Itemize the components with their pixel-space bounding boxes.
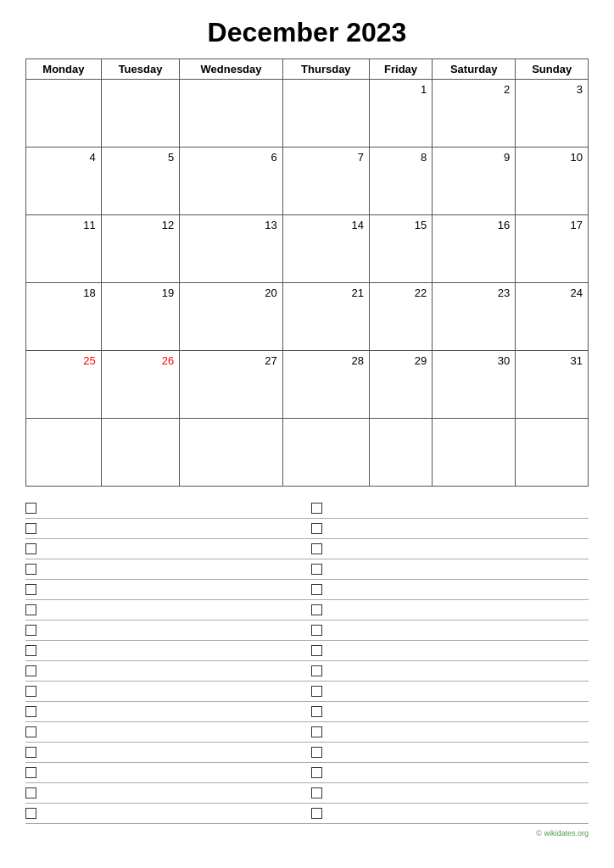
checkbox[interactable] — [311, 726, 322, 737]
checklist-row — [25, 498, 589, 519]
calendar-cell: 4 — [26, 147, 102, 215]
checkbox[interactable] — [311, 808, 322, 819]
checkbox[interactable] — [25, 645, 36, 656]
calendar-cell — [101, 80, 180, 147]
calendar-cell — [180, 80, 282, 147]
calendar-cell: 30 — [433, 351, 516, 419]
checkbox[interactable] — [311, 584, 322, 595]
checkbox[interactable] — [25, 584, 36, 595]
calendar-cell: 3 — [516, 80, 589, 147]
calendar-header: Monday — [26, 59, 102, 80]
page-title: December 2023 — [25, 17, 589, 48]
day-number: 23 — [438, 287, 510, 299]
day-number: 20 — [185, 287, 276, 299]
checkbox[interactable] — [25, 747, 36, 758]
checklist-row — [25, 783, 589, 804]
calendar-cell: 16 — [433, 215, 516, 283]
day-number: 16 — [438, 219, 510, 231]
checklist-section — [25, 498, 589, 824]
checkbox[interactable] — [25, 787, 36, 798]
calendar-header: Wednesday — [180, 59, 282, 80]
checkbox[interactable] — [311, 604, 322, 615]
calendar-cell — [101, 419, 180, 487]
day-number: 15 — [375, 219, 427, 231]
day-number: 10 — [521, 151, 583, 164]
calendar-cell: 28 — [282, 351, 369, 419]
checklist-row — [25, 559, 589, 580]
calendar-table: MondayTuesdayWednesdayThursdayFridaySatu… — [25, 58, 589, 487]
calendar-cell — [369, 419, 432, 487]
calendar-header: Tuesday — [101, 59, 180, 80]
day-number: 7 — [288, 151, 364, 164]
checkbox[interactable] — [311, 543, 322, 554]
calendar-cell: 25 — [26, 351, 102, 419]
day-number: 18 — [31, 287, 96, 299]
checkbox[interactable] — [311, 625, 322, 636]
calendar-cell: 24 — [516, 283, 589, 351]
calendar-cell: 14 — [282, 215, 369, 283]
calendar-cell: 17 — [516, 215, 589, 283]
checklist-row — [25, 519, 589, 539]
checkbox[interactable] — [311, 747, 322, 758]
day-number: 14 — [288, 219, 364, 231]
calendar-cell — [516, 419, 589, 487]
calendar-cell: 15 — [369, 215, 432, 283]
calendar-cell: 8 — [369, 147, 432, 215]
checklist-row — [25, 682, 589, 702]
calendar-cell: 7 — [282, 147, 369, 215]
checkbox[interactable] — [311, 665, 322, 676]
day-number: 28 — [288, 354, 364, 367]
day-number: 8 — [375, 151, 427, 164]
checkbox[interactable] — [25, 665, 36, 676]
checkbox[interactable] — [25, 706, 36, 717]
calendar-cell: 6 — [180, 147, 282, 215]
day-number: 26 — [107, 354, 175, 367]
calendar-cell: 13 — [180, 215, 282, 283]
checkbox[interactable] — [311, 706, 322, 717]
calendar-cell: 20 — [180, 283, 282, 351]
day-number: 5 — [107, 151, 175, 164]
calendar-cell — [26, 80, 102, 147]
day-number: 12 — [107, 219, 175, 231]
day-number: 3 — [521, 83, 583, 96]
checkbox[interactable] — [311, 767, 322, 778]
checkbox[interactable] — [311, 645, 322, 656]
checkbox[interactable] — [311, 503, 322, 514]
day-number: 9 — [438, 151, 510, 164]
checkbox[interactable] — [25, 625, 36, 636]
checkbox[interactable] — [25, 523, 36, 534]
calendar-cell: 5 — [101, 147, 180, 215]
calendar-header: Thursday — [282, 59, 369, 80]
checkbox[interactable] — [25, 543, 36, 554]
checkbox[interactable] — [311, 564, 322, 575]
day-number: 30 — [438, 354, 510, 367]
calendar-cell — [433, 419, 516, 487]
checklist-row — [25, 743, 589, 763]
day-number: 4 — [31, 151, 96, 164]
checkbox[interactable] — [311, 686, 322, 697]
checkbox[interactable] — [25, 686, 36, 697]
calendar-cell: 9 — [433, 147, 516, 215]
day-number: 29 — [375, 354, 427, 367]
checklist-row — [25, 661, 589, 682]
calendar-cell — [26, 419, 102, 487]
checkbox[interactable] — [25, 503, 36, 514]
checklist-row — [25, 620, 589, 641]
checkbox[interactable] — [311, 787, 322, 798]
calendar-cell: 12 — [101, 215, 180, 283]
checkbox[interactable] — [311, 523, 322, 534]
calendar-cell: 27 — [180, 351, 282, 419]
calendar-cell — [282, 80, 369, 147]
checkbox[interactable] — [25, 767, 36, 778]
checklist-row — [25, 539, 589, 559]
checkbox[interactable] — [25, 604, 36, 615]
calendar-cell: 11 — [26, 215, 102, 283]
calendar-cell: 18 — [26, 283, 102, 351]
checkbox[interactable] — [25, 808, 36, 819]
checkbox[interactable] — [25, 564, 36, 575]
checklist-row — [25, 722, 589, 743]
day-number: 11 — [31, 219, 96, 231]
checklist-row — [25, 641, 589, 661]
checkbox[interactable] — [25, 726, 36, 737]
checklist-row — [25, 580, 589, 600]
